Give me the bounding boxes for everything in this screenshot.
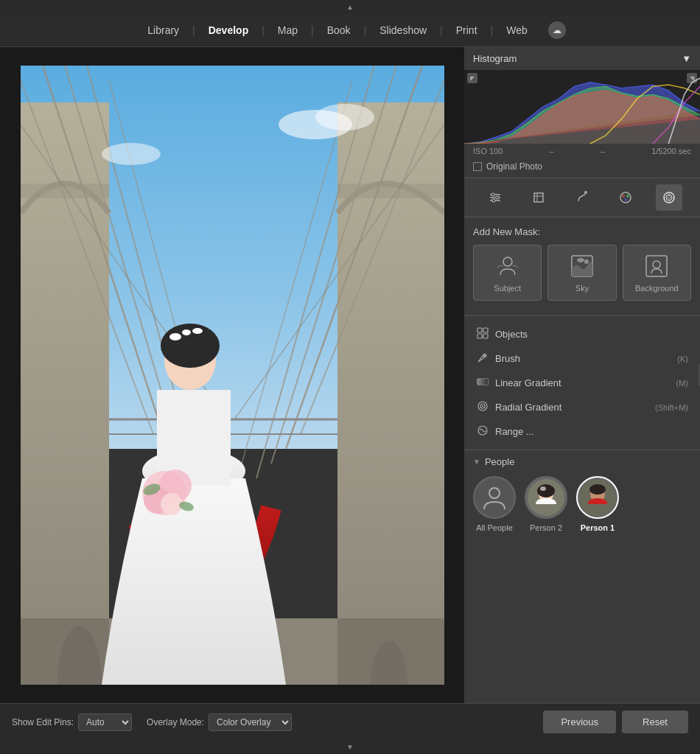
svg-rect-75 [477,328,482,332]
person1-label: Person 1 [581,523,615,532]
svg-point-84 [482,405,483,407]
all-people-item[interactable]: All People [473,476,516,532]
objects-label: Objects [495,329,528,340]
objects-tool-row[interactable]: Objects [473,322,691,346]
svg-rect-3 [21,184,109,198]
previous-button[interactable]: Previous [543,711,616,733]
brush-tool-left: Brush [476,352,520,366]
svg-point-93 [589,484,606,495]
linear-gradient-tool-row[interactable]: Linear Gradient (M) [473,371,691,395]
original-photo-checkbox[interactable] [473,162,482,171]
aperture: – [550,147,554,156]
brush-shortcut: (K) [677,355,688,363]
bottom-bar: Show Edit Pins: Auto Always Never Overla… [0,703,700,740]
svg-point-56 [492,199,495,202]
show-edit-pins-label: Show Edit Pins: [12,717,74,727]
histogram-canvas: ◤ ◥ [464,70,700,144]
background-icon [643,253,670,279]
range-left: Range ... [476,425,534,439]
svg-point-64 [624,198,627,201]
svg-point-55 [496,196,499,199]
cloud-sync-button[interactable]: ☁ [548,21,566,39]
background-label: Background [635,284,679,293]
histogram-title: Histogram [473,53,517,64]
range-label: Range ... [495,426,534,437]
people-section: ▼ People All People [464,450,700,538]
person1-item[interactable]: Person 1 [576,476,619,532]
bottom-right-buttons: Previous Reset [543,711,688,733]
svg-point-63 [626,195,629,198]
svg-point-62 [622,195,625,198]
shutter-speed: 1/5200 sec [651,147,691,156]
nav-book[interactable]: Book [314,21,364,39]
person2-item[interactable]: Person 2 [525,476,567,532]
svg-rect-78 [483,334,488,338]
nav-slideshow[interactable]: Slideshow [366,21,440,39]
svg-rect-4 [337,184,444,198]
linear-gradient-label: Linear Gradient [495,377,561,388]
svg-rect-76 [483,328,488,332]
radial-gradient-label: Radial Gradient [495,402,561,413]
nav-print[interactable]: Print [443,21,491,39]
svg-point-54 [491,193,494,196]
people-grid: All People Person 2 [473,476,691,532]
tool-tabs [464,178,700,217]
add-mask-label: Add New Mask: [473,226,691,237]
photo-container[interactable] [21,66,444,685]
tab-settings[interactable] [482,184,508,211]
tab-crop[interactable] [525,184,552,211]
svg-point-71 [584,259,589,264]
radial-gradient-tool-row[interactable]: Radial Gradient (Shift+M) [473,395,691,419]
mask-subject-button[interactable]: Subject [473,245,542,301]
iso-value: ISO 100 [473,147,503,156]
tab-color[interactable] [612,184,639,211]
tool-list: Objects Brush (K) [464,316,700,450]
brush-icon [476,352,489,366]
show-edit-pins-select[interactable]: Auto Always Never [78,713,132,731]
tab-healing[interactable] [569,184,595,211]
brush-tool-row[interactable]: Brush (K) [473,346,691,371]
svg-point-90 [540,486,546,491]
bottom-left: Show Edit Pins: Auto Always Never Overla… [12,713,528,731]
svg-point-36 [192,328,203,334]
reset-button[interactable]: Reset [622,711,688,733]
nav-develop[interactable]: Develop [195,21,262,39]
photo-panel[interactable] [0,47,464,703]
histogram-dropdown-icon[interactable]: ▼ [682,53,691,64]
nav-web[interactable]: Web [493,21,541,39]
linear-gradient-shortcut: (M) [676,379,689,388]
svg-rect-57 [534,193,543,202]
sky-icon [569,253,595,279]
focus: – [601,147,605,156]
svg-point-46 [315,104,374,130]
nav-library[interactable]: Library [134,21,192,39]
person2-avatar [525,476,567,519]
bottom-arrow-indicator[interactable] [0,740,700,754]
svg-point-33 [161,324,220,368]
range-icon [476,425,489,439]
people-collapse-icon: ▼ [473,458,480,466]
tab-masks[interactable] [656,184,682,211]
top-arrow-indicator[interactable] [0,0,700,14]
original-photo-label: Original Photo [486,161,542,172]
subject-icon [494,253,521,279]
range-tool-row[interactable]: Range ... [473,419,691,444]
linear-gradient-icon [476,376,489,390]
radial-gradient-icon [476,400,489,414]
all-people-label: All People [476,523,513,532]
svg-point-60 [584,191,587,194]
overlay-mode-field: Overlay Mode: Color Overlay Image Overla… [147,713,292,731]
mask-sky-button[interactable]: Sky [547,245,616,301]
radial-gradient-left: Radial Gradient [476,400,561,414]
people-header[interactable]: ▼ People [473,456,691,467]
nav-map[interactable]: Map [265,21,311,39]
svg-rect-81 [477,379,488,385]
mask-background-button[interactable]: Background [623,245,691,301]
main-content: › Histogram ▼ ◤ ◥ [0,47,700,703]
overlay-mode-select[interactable]: Color Overlay Image Overlay Mask Overlay [209,713,292,731]
color-icon [618,190,633,205]
all-people-avatar [473,476,516,519]
linear-gradient-left: Linear Gradient [476,376,561,390]
brush-label: Brush [495,353,520,364]
svg-point-69 [503,257,512,266]
